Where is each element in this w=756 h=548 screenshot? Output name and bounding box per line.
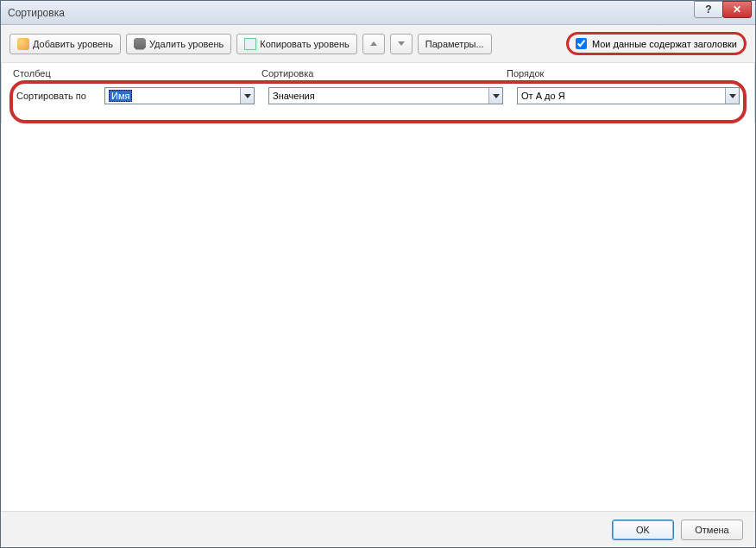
order-dropdown[interactable]: От А до Я: [517, 87, 740, 104]
add-level-button[interactable]: Добавить уровень: [9, 34, 121, 54]
chevron-down-icon: [244, 94, 251, 98]
headers-checkbox-label: Мои данные содержат заголовки: [592, 39, 737, 49]
chevron-down-icon: [729, 94, 736, 98]
move-up-button[interactable]: [362, 34, 385, 54]
options-label: Параметры...: [425, 39, 484, 49]
chevron-down-icon: [493, 94, 500, 98]
headers-checkbox-group[interactable]: Мои данные содержат заголовки: [566, 32, 747, 55]
column-headers: Столбец Сортировка Порядок: [1, 63, 755, 80]
sort-on-dropdown-button[interactable]: [488, 88, 502, 104]
sort-dialog: Сортировка ? ✕ Добавить уровень Удалить …: [0, 0, 756, 548]
add-icon: [17, 38, 29, 50]
toolbar: Добавить уровень Удалить уровень Копиров…: [1, 25, 755, 63]
column-value: Имя: [109, 90, 132, 102]
column-dropdown-button[interactable]: [240, 88, 254, 104]
column-dropdown[interactable]: Имя: [104, 87, 255, 104]
order-value: От А до Я: [521, 91, 565, 101]
header-order: Порядок: [507, 68, 743, 79]
sort-on-value: Значения: [273, 91, 315, 101]
header-sort-on: Сортировка: [261, 68, 507, 79]
arrow-up-icon: [370, 41, 377, 46]
delete-level-button[interactable]: Удалить уровень: [126, 34, 231, 54]
sort-on-dropdown[interactable]: Значения: [268, 87, 503, 104]
copy-level-button[interactable]: Копировать уровень: [236, 34, 357, 54]
question-icon: ?: [705, 3, 711, 16]
dialog-footer: OK Отмена: [1, 511, 755, 547]
delete-level-label: Удалить уровень: [149, 39, 224, 49]
ok-button[interactable]: OK: [612, 520, 674, 540]
help-button[interactable]: ?: [694, 1, 723, 18]
sort-by-label: Сортировать по: [16, 91, 99, 101]
sort-levels-highlight: Сортировать по Имя Значения От А до Я: [9, 80, 747, 123]
copy-level-label: Копировать уровень: [260, 39, 350, 49]
titlebar: Сортировка ? ✕: [1, 1, 755, 25]
header-column: Столбец: [13, 68, 261, 79]
cancel-button[interactable]: Отмена: [681, 520, 743, 540]
sort-level-row: Сортировать по Имя Значения От А до Я: [16, 85, 740, 106]
close-icon: ✕: [733, 3, 741, 16]
add-level-label: Добавить уровень: [33, 39, 113, 49]
options-button[interactable]: Параметры...: [418, 34, 492, 54]
move-down-button[interactable]: [390, 34, 413, 54]
headers-checkbox[interactable]: [576, 38, 587, 49]
empty-levels-area: [1, 123, 755, 529]
ok-label: OK: [636, 525, 650, 535]
window-controls: ? ✕: [695, 1, 752, 18]
window-title: Сортировка: [8, 7, 65, 19]
arrow-down-icon: [398, 41, 405, 46]
cancel-label: Отмена: [695, 525, 728, 535]
copy-icon: [244, 38, 256, 50]
delete-icon: [134, 38, 146, 50]
close-button[interactable]: ✕: [722, 1, 752, 18]
order-dropdown-button[interactable]: [725, 88, 739, 104]
